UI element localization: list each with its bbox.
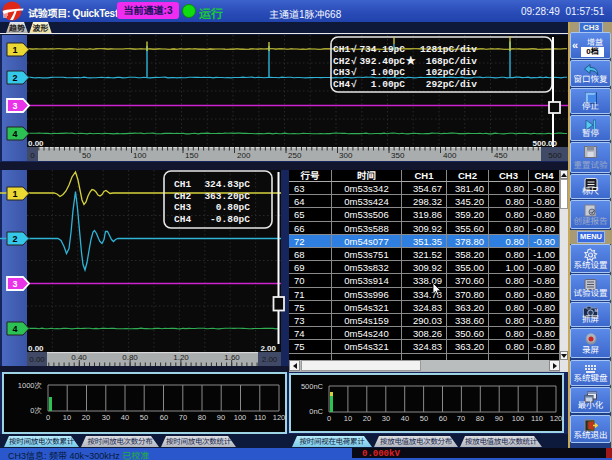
svg-text:★: ★ (406, 53, 416, 67)
svg-text:734.19pC: 734.19pC (359, 44, 405, 55)
svg-text:50: 50 (140, 413, 148, 422)
svg-text:102pC/div: 102pC/div (426, 67, 478, 78)
svg-text:0: 0 (327, 414, 331, 423)
svg-text:1.60: 1.60 (224, 353, 240, 362)
svg-text:100: 100 (133, 151, 147, 160)
svg-text:40: 40 (401, 414, 409, 423)
svg-text:CH4: CH4 (174, 214, 191, 225)
svg-text:110: 110 (531, 414, 543, 423)
svg-text:0.80: 0.80 (122, 353, 138, 362)
svg-text:0次: 0次 (30, 406, 42, 415)
svg-text:0.80pC: 0.80pC (216, 202, 251, 213)
svg-text:30: 30 (102, 413, 110, 422)
svg-text:90: 90 (217, 413, 225, 422)
svg-text:392.40pC: 392.40pC (359, 56, 405, 67)
svg-text:292pC/div: 292pC/div (426, 79, 478, 90)
svg-text:20: 20 (82, 413, 90, 422)
svg-text:1.20: 1.20 (173, 353, 189, 362)
svg-text:2.00: 2.00 (262, 355, 278, 364)
svg-text:4: 4 (12, 324, 17, 334)
svg-text:0.00: 0.00 (29, 355, 45, 364)
svg-text:110: 110 (254, 413, 266, 422)
svg-text:500.00: 500.00 (533, 139, 558, 148)
svg-text:1000次: 1000次 (18, 381, 43, 390)
svg-text:2.00: 2.00 (260, 344, 276, 353)
svg-text:450: 450 (494, 151, 508, 160)
svg-text:10: 10 (344, 414, 352, 423)
svg-text:350: 350 (391, 151, 405, 160)
svg-text:500: 500 (548, 151, 562, 160)
svg-text:90: 90 (495, 414, 503, 423)
svg-text:1281pC/div: 1281pC/div (420, 44, 477, 55)
svg-text:√: √ (351, 67, 357, 78)
svg-text:10: 10 (63, 413, 71, 422)
svg-text:300: 300 (339, 151, 353, 160)
svg-text:120: 120 (273, 413, 286, 422)
svg-text:0: 0 (46, 413, 50, 422)
svg-text:-0.80pC: -0.80pC (210, 214, 250, 225)
svg-text:CH3: CH3 (333, 67, 350, 78)
svg-text:150: 150 (185, 151, 199, 160)
svg-text:1.00pC: 1.00pC (371, 79, 406, 90)
svg-text:70: 70 (179, 413, 187, 422)
svg-text:CH1: CH1 (174, 179, 191, 190)
svg-text:30: 30 (382, 414, 390, 423)
svg-text:CH3: CH3 (174, 202, 191, 213)
svg-text:√: √ (351, 79, 357, 90)
svg-text:0: 0 (30, 151, 35, 160)
svg-text:√: √ (351, 56, 357, 67)
svg-text:100: 100 (512, 414, 525, 423)
svg-text:500nC: 500nC (301, 382, 324, 391)
svg-text:80: 80 (476, 414, 484, 423)
svg-text:60: 60 (160, 413, 168, 422)
svg-text:168pC/div: 168pC/div (426, 56, 478, 67)
svg-text:0nC: 0nC (309, 407, 323, 416)
svg-text:120: 120 (550, 414, 563, 423)
svg-text:CH4: CH4 (333, 79, 350, 90)
svg-text:60: 60 (439, 414, 447, 423)
svg-text:50: 50 (82, 151, 91, 160)
svg-text:2: 2 (12, 234, 17, 244)
svg-text:100: 100 (234, 413, 247, 422)
svg-text:CH1: CH1 (333, 44, 350, 55)
svg-text:250: 250 (288, 151, 302, 160)
svg-text:√: √ (351, 44, 357, 55)
svg-text:3: 3 (12, 101, 17, 111)
svg-text:20: 20 (363, 414, 371, 423)
svg-text:50: 50 (420, 414, 428, 423)
svg-text:400: 400 (443, 151, 457, 160)
svg-text:0.00: 0.00 (28, 344, 44, 353)
svg-text:80: 80 (198, 413, 206, 422)
svg-text:1.00pC: 1.00pC (371, 67, 406, 78)
svg-text:324.83pC: 324.83pC (204, 179, 250, 190)
svg-text:4: 4 (12, 129, 17, 139)
svg-text:1: 1 (12, 45, 17, 55)
svg-text:200: 200 (237, 151, 251, 160)
svg-text:363.20pC: 363.20pC (204, 191, 250, 202)
svg-text:CH2: CH2 (174, 191, 191, 202)
svg-text:70: 70 (457, 414, 465, 423)
svg-text:3: 3 (12, 279, 17, 289)
svg-text:0.40: 0.40 (71, 353, 87, 362)
svg-text:2: 2 (12, 73, 17, 83)
svg-text:40: 40 (121, 413, 129, 422)
svg-text:1: 1 (12, 189, 17, 199)
svg-text:CH2: CH2 (333, 56, 350, 67)
